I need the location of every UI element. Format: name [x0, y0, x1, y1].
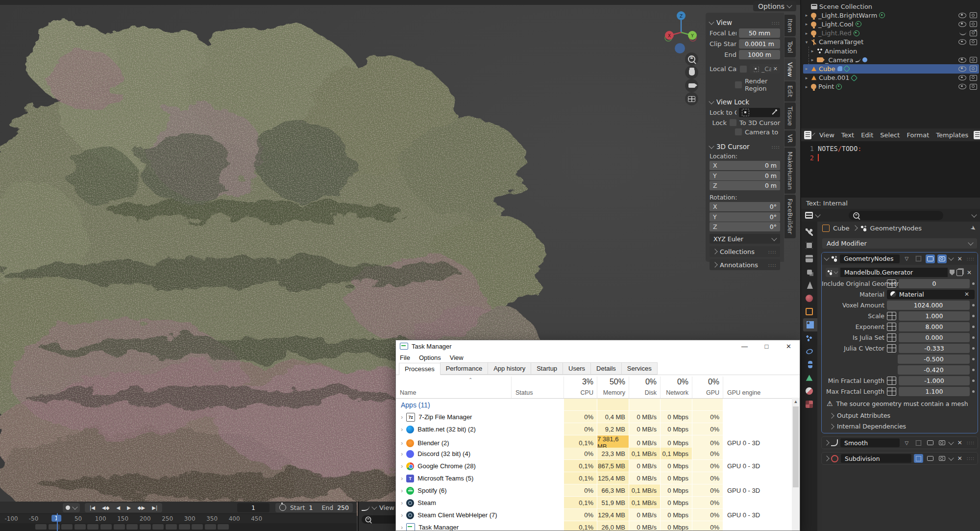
expand-icon[interactable]: ›: [401, 462, 403, 470]
modifier-bar-subdivision[interactable]: Subdivision✕::::: [821, 452, 978, 465]
visibility-eye-icon[interactable]: [958, 57, 966, 63]
text-editor-type-icon[interactable]: [804, 131, 811, 139]
keyframe-block[interactable]: [114, 524, 125, 530]
animate-dot[interactable]: [972, 347, 975, 350]
visibility-eye-icon[interactable]: [958, 66, 966, 72]
modifiers-tab[interactable]: [803, 318, 817, 331]
cursor-rotation-z[interactable]: Z0°: [710, 222, 780, 231]
collapse-icon[interactable]: [709, 19, 714, 25]
keyframe-block[interactable]: [218, 524, 229, 530]
drag-dots-icon[interactable]: ::::: [772, 20, 780, 25]
show-in-edit-mode-toggle[interactable]: [914, 438, 923, 447]
scene-tab[interactable]: [801, 278, 817, 292]
graph-editor-view-menu[interactable]: View: [379, 504, 394, 511]
cursor-location-x[interactable]: X0 m: [710, 161, 780, 170]
keyframe-prev-button[interactable]: ◀◆: [100, 505, 111, 510]
scrollbar-thumb[interactable]: [793, 406, 799, 487]
material-field[interactable]: Material✕: [887, 290, 975, 299]
process-row[interactable]: ›Task Manager0,1%26,0 MB0 MB/s0 Mbps0%: [396, 521, 793, 531]
constraints-tab[interactable]: [801, 358, 817, 371]
disclosure-arrow[interactable]: ▾: [804, 40, 809, 45]
modifier-extras-dropdown[interactable]: [948, 455, 954, 460]
modifier-name-field[interactable]: GeometryNodes: [840, 254, 900, 263]
viewport-options-button[interactable]: Options: [753, 1, 796, 11]
expand-icon[interactable]: ›: [401, 475, 403, 482]
process-row[interactable]: ›Battle.net (32 bit) (2)0%9,2 MB0 MB/s0 …: [396, 423, 793, 435]
process-table-header[interactable]: ⌃Name Status 3%CPU 50%Memory 0%Disk 0%Ne…: [396, 377, 793, 399]
delete-modifier-button[interactable]: ✕: [956, 255, 964, 262]
collections-panel-header[interactable]: Collections ::::: [710, 246, 780, 257]
outliner-row-_light.brightwarm[interactable]: ▸_Light.BrightWarm: [803, 11, 979, 20]
cursor-rotation-y[interactable]: Y0°: [710, 212, 780, 222]
ruler-tick-300[interactable]: 300: [184, 515, 196, 522]
text-menu-view[interactable]: View: [816, 131, 838, 139]
outliner-row-cube[interactable]: ▸Cube: [803, 64, 979, 73]
show-in-edit-mode-toggle[interactable]: [914, 254, 923, 263]
param-value-field[interactable]: -0.420: [898, 365, 970, 375]
outliner-row-point[interactable]: ▸Point: [803, 82, 979, 91]
object-tab[interactable]: [801, 305, 817, 318]
show-in-viewport-toggle[interactable]: [926, 254, 935, 263]
disclosure-arrow[interactable]: ▸: [804, 76, 809, 80]
param-value-field[interactable]: -1.000: [899, 376, 970, 385]
output-attributes-section[interactable]: Output Attributes: [822, 408, 978, 419]
show-in-viewport-toggle[interactable]: [926, 438, 935, 447]
collapse-icon[interactable]: [709, 143, 714, 149]
keyframe-block[interactable]: [166, 524, 177, 530]
column-name[interactable]: Name: [400, 389, 416, 396]
chevron-down-icon[interactable]: [971, 212, 977, 217]
param-value-field[interactable]: 1.100: [899, 387, 970, 396]
camera-to-view-checkbox[interactable]: [735, 128, 742, 136]
particles-tab[interactable]: [801, 331, 817, 345]
visibility-eye-icon[interactable]: [958, 75, 966, 80]
drag-dots-icon[interactable]: ::::: [967, 440, 975, 445]
process-row[interactable]: ›Spotify (6)0%66,3 MB0,1 MB/s0 Mbps0%GPU…: [396, 484, 793, 497]
input-attribute-toggle[interactable]: [887, 333, 896, 342]
auto-keying-button[interactable]: [63, 503, 80, 512]
input-attribute-toggle[interactable]: [887, 377, 896, 385]
text-menu-format[interactable]: Format: [903, 131, 932, 139]
outliner-root-row[interactable]: Scene Collection: [803, 2, 979, 11]
outliner-row-cameratarget[interactable]: ▾CameraTarget: [803, 38, 979, 47]
animate-dot[interactable]: [972, 282, 975, 285]
keyframe-block[interactable]: [74, 524, 86, 530]
animate-dot[interactable]: [972, 326, 975, 328]
keyframe-block[interactable]: [126, 524, 138, 530]
navigation-gizmo[interactable]: Z X Y: [661, 10, 702, 48]
play-reverse-button[interactable]: ◀: [114, 505, 122, 510]
keyframe-next-button[interactable]: ◆▶: [136, 505, 147, 510]
animate-dot[interactable]: [972, 390, 975, 393]
ruler-tick-250[interactable]: 250: [162, 515, 173, 522]
ruler-tick-150[interactable]: 150: [117, 515, 128, 522]
cursor-rotation-x[interactable]: X0°: [710, 202, 780, 211]
param-value-field[interactable]: -0.333: [899, 344, 970, 353]
ruler-tick--100[interactable]: -100: [4, 515, 18, 522]
annotations-panel-header[interactable]: Annotations ::::: [710, 259, 780, 270]
physics-tab[interactable]: [801, 345, 817, 358]
rotation-mode-dropdown[interactable]: XYZ Euler: [710, 234, 780, 244]
tm-menu-view[interactable]: View: [450, 354, 464, 361]
param-value-field[interactable]: 1024.000: [887, 301, 970, 310]
param-value-field[interactable]: 0.000: [899, 333, 970, 342]
show-in-render-toggle[interactable]: [937, 438, 947, 447]
local-camera-field[interactable]: _Ca... ✕: [750, 64, 780, 74]
ruler-tick-350[interactable]: 350: [206, 515, 218, 522]
apps-group-header[interactable]: Apps (11): [396, 399, 512, 411]
ruler-tick-1[interactable]: 1: [51, 515, 61, 522]
keyframe-block[interactable]: [100, 524, 112, 530]
keyframe-block[interactable]: [35, 524, 47, 530]
param-value-field[interactable]: 1.000: [899, 311, 970, 321]
camera-view-button[interactable]: [685, 79, 698, 92]
geometry-nodes-modifier-header[interactable]: GeometryNodes ▽ ✕ ::::: [822, 253, 978, 265]
text-menu-text[interactable]: Text: [838, 131, 858, 139]
keyframe-block[interactable]: [152, 524, 164, 530]
keyframe-block[interactable]: [205, 524, 216, 530]
text-menu-select[interactable]: Select: [877, 131, 903, 139]
render-region-checkbox[interactable]: [735, 81, 742, 89]
animate-dot[interactable]: [972, 379, 975, 382]
expand-icon[interactable]: ›: [401, 426, 403, 433]
column-cpu[interactable]: CPU: [581, 389, 593, 396]
timeline-ruler[interactable]: -100-50150100150200250300350400450: [0, 513, 357, 524]
expand-icon[interactable]: ›: [401, 511, 403, 519]
breadcrumb-object[interactable]: Cube: [833, 225, 850, 232]
